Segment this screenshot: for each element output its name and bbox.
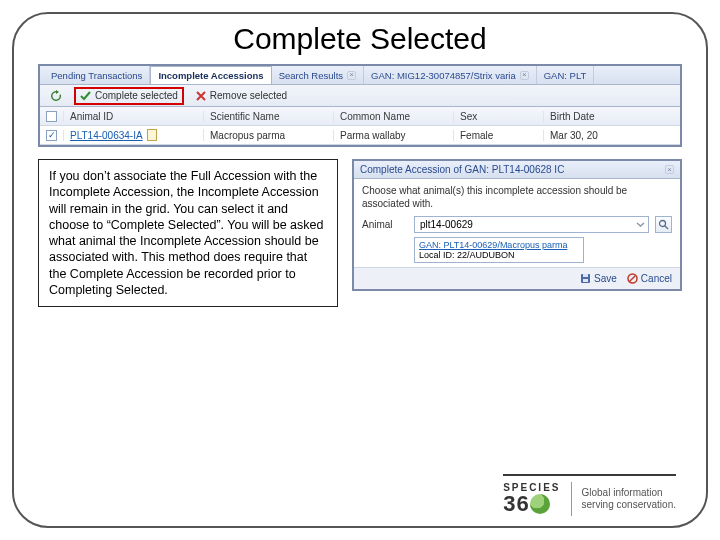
x-icon: [196, 91, 206, 101]
save-button[interactable]: Save: [578, 272, 619, 285]
table-row[interactable]: PLT14-00634-IA Macropus parma Parma wall…: [40, 126, 680, 145]
animal-field-row: Animal plt14-00629: [362, 216, 672, 233]
svg-line-1: [665, 226, 668, 229]
result-gan: GAN: PLT14-00629/Macropus parma: [419, 240, 579, 250]
check-icon: [80, 90, 91, 101]
close-icon[interactable]: ×: [520, 71, 529, 80]
animal-combobox[interactable]: plt14-00629: [414, 216, 649, 233]
dialog-footer: Save Cancel: [354, 267, 680, 289]
note-icon[interactable]: [147, 129, 157, 141]
col-header-sex[interactable]: Sex: [454, 111, 544, 122]
disk-icon: [580, 273, 591, 284]
brand-logo: SPECIES 3 6: [503, 483, 560, 515]
slide-title: Complete Selected: [0, 22, 720, 56]
svg-point-0: [660, 221, 666, 227]
svg-rect-4: [583, 279, 588, 282]
cell-sex: Female: [454, 130, 544, 141]
brand-footer: SPECIES 3 6 Global information serving c…: [503, 474, 676, 516]
col-header-animal-id[interactable]: Animal ID: [64, 111, 204, 122]
animal-id-link[interactable]: PLT14-00634-IA: [70, 130, 143, 141]
dialog-instruction: Choose what animal(s) this incomplete ac…: [362, 185, 672, 210]
animal-label: Animal: [362, 219, 408, 230]
dialog-body: Choose what animal(s) this incomplete ac…: [354, 179, 680, 267]
tab-pending[interactable]: Pending Transactions: [44, 66, 150, 84]
brand-3: 3: [503, 493, 515, 515]
svg-line-6: [629, 276, 635, 282]
col-checkbox: [40, 111, 64, 122]
tab-label: Incomplete Accessions: [158, 70, 263, 81]
col-header-scientific[interactable]: Scientific Name: [204, 111, 334, 122]
col-header-common[interactable]: Common Name: [334, 111, 454, 122]
complete-selected-button[interactable]: Complete selected: [74, 87, 184, 105]
cell-scientific: Macropus parma: [204, 130, 334, 141]
brand-divider: [571, 482, 572, 516]
search-icon: [658, 219, 669, 230]
dialog-title: Complete Accession of GAN: PLT14-00628 I…: [360, 164, 564, 175]
button-label: Cancel: [641, 273, 672, 284]
tab-search[interactable]: Search Results ×: [272, 66, 364, 84]
tab-label: GAN: MIG12-30074857/Strix varia: [371, 70, 516, 81]
tab-gan1[interactable]: GAN: MIG12-30074857/Strix varia ×: [364, 66, 537, 84]
row-checkbox[interactable]: [46, 130, 57, 141]
globe-icon: [530, 494, 550, 514]
lower-row: If you don’t associate the Full Accessio…: [38, 159, 682, 307]
col-header-birth[interactable]: Birth Date: [544, 111, 680, 122]
button-label: Complete selected: [95, 90, 178, 101]
cell-birth: Mar 30, 20: [544, 130, 680, 141]
svg-rect-3: [583, 274, 588, 277]
tab-bar: Pending Transactions Incomplete Accessio…: [40, 66, 680, 85]
data-grid: Animal ID Scientific Name Common Name Se…: [40, 107, 680, 145]
tab-label: Pending Transactions: [51, 70, 142, 81]
cell-common: Parma wallaby: [334, 130, 454, 141]
close-icon[interactable]: ×: [347, 71, 356, 80]
cancel-button[interactable]: Cancel: [625, 272, 674, 285]
grid-header-row: Animal ID Scientific Name Common Name Se…: [40, 107, 680, 126]
lookup-button[interactable]: [655, 216, 672, 233]
cancel-icon: [627, 273, 638, 284]
close-icon[interactable]: ×: [665, 165, 674, 174]
refresh-icon[interactable]: [46, 89, 66, 103]
button-label: Remove selected: [210, 90, 287, 101]
app-screenshot: Pending Transactions Incomplete Accessio…: [38, 64, 682, 147]
button-label: Save: [594, 273, 617, 284]
explanation-text: If you don’t associate the Full Accessio…: [38, 159, 338, 307]
brand-360: 3 6: [503, 493, 560, 515]
tagline-line2: serving conservation.: [582, 499, 677, 511]
tab-gan2[interactable]: GAN: PLT: [537, 66, 595, 84]
brand-6: 6: [516, 493, 528, 515]
tab-label: GAN: PLT: [544, 70, 587, 81]
complete-accession-dialog: Complete Accession of GAN: PLT14-00628 I…: [352, 159, 682, 291]
result-localid: Local ID: 22/AUDUBON: [419, 250, 579, 260]
remove-selected-button[interactable]: Remove selected: [192, 89, 291, 102]
lookup-result[interactable]: GAN: PLT14-00629/Macropus parma Local ID…: [414, 237, 584, 263]
tagline-line1: Global information: [582, 487, 677, 499]
brand-tagline: Global information serving conservation.: [582, 487, 677, 511]
checkbox-all[interactable]: [46, 111, 57, 122]
dialog-titlebar: Complete Accession of GAN: PLT14-00628 I…: [354, 161, 680, 179]
combo-value: plt14-00629: [420, 219, 473, 230]
tab-label: Search Results: [279, 70, 343, 81]
tab-incomplete[interactable]: Incomplete Accessions: [150, 66, 271, 84]
toolbar: Complete selected Remove selected: [40, 85, 680, 107]
chevron-down-icon: [636, 220, 645, 229]
